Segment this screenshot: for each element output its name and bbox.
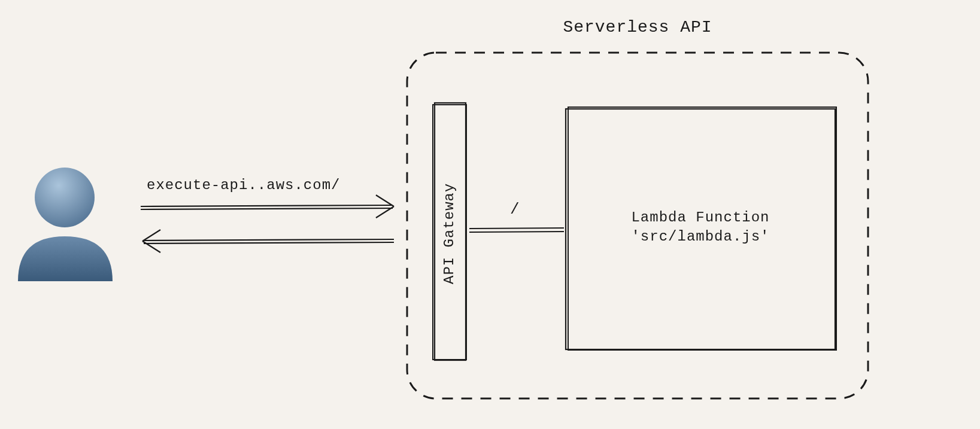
route-connector <box>469 228 564 232</box>
svg-line-3 <box>144 239 394 241</box>
title-label: Serverless API <box>491 18 784 36</box>
svg-line-9 <box>469 232 564 232</box>
api-gateway-label: API Gateway <box>441 183 457 284</box>
lambda-label-line2: 'src/lambda.js' <box>566 227 835 247</box>
response-arrow <box>142 230 394 252</box>
lambda-label-line1: Lambda Function <box>566 208 835 227</box>
svg-line-2 <box>141 208 393 209</box>
svg-line-1 <box>141 205 393 206</box>
user-icon <box>18 168 113 281</box>
request-url-label: execute-api..aws.com/ <box>147 177 340 193</box>
route-label: / <box>510 200 520 218</box>
svg-line-4 <box>144 242 394 244</box>
lambda-label: Lambda Function 'src/lambda.js' <box>566 208 835 247</box>
request-arrow <box>141 195 394 218</box>
svg-line-8 <box>469 228 564 229</box>
svg-point-0 <box>35 168 95 227</box>
